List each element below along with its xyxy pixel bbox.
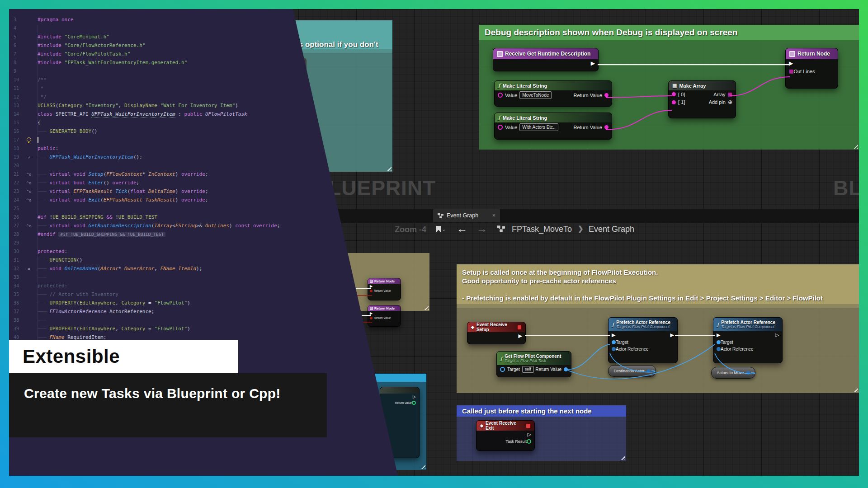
return-value-pin[interactable]	[370, 317, 373, 319]
code-line-34[interactable]: 34protected:	[9, 282, 398, 290]
line-number: 12	[14, 94, 24, 99]
value-input[interactable]: With Actors Etc..	[519, 123, 558, 131]
task-result-pin[interactable]	[527, 439, 531, 444]
exec-out-pin[interactable]: ▷	[775, 332, 779, 338]
code-line-29[interactable]: 29	[9, 239, 398, 247]
node-event-receive-setup[interactable]: ◆ Event Receive Setup ▶	[467, 322, 526, 344]
return-value-pin[interactable]	[564, 367, 568, 371]
array-index-1-pin[interactable]	[672, 100, 676, 104]
code-text: UCLASS(Category="Inventory", DisplayName…	[38, 103, 238, 108]
override-icon: ^o	[24, 198, 34, 202]
actor-reference-label: Actor Reference	[721, 347, 753, 352]
variable-actors-to-move[interactable]: Actors to Move	[711, 367, 755, 379]
code-text: ─── virtual void Setup(FFlowContext* InC…	[38, 171, 208, 177]
line-number: 36	[14, 300, 24, 305]
code-text: ───	[38, 274, 47, 280]
value-pin[interactable]	[498, 93, 503, 98]
line-number: 19	[14, 155, 24, 160]
variable-destination-actor[interactable]: Destination Actor	[608, 365, 656, 377]
return-value-pin[interactable]	[412, 401, 416, 405]
bookmark-button[interactable]: ⌄	[436, 226, 446, 232]
add-pin-icon[interactable]: ⊕	[728, 99, 732, 105]
variable-out-pin[interactable]	[647, 369, 651, 373]
code-text: ─── // Actor with Inventory	[38, 291, 118, 297]
node-make-array[interactable]: ▦ Make Array [ 0] Array ▦ [ 1]	[668, 80, 736, 118]
node-get-flow-pilot-component[interactable]: ƒ Get Flow Pilot Component Target is Flo…	[496, 351, 571, 377]
comment-setup-line3: - Prefetching is enabled by default in t…	[462, 294, 854, 302]
code-text: ─── virtual void Exit(EFPTaskResult Task…	[38, 197, 208, 203]
breadcrumb-parent[interactable]: FPTask_MoveTo	[512, 225, 572, 234]
node-prefetch-actor-reference-2[interactable]: ƒ Prefetch Actor Reference Target is Flo…	[713, 317, 783, 363]
node-prefetch-actor-reference-1[interactable]: ƒ Prefetch Actor Reference Target is Flo…	[608, 317, 678, 363]
exec-out-pin[interactable]: ▷	[413, 394, 416, 399]
blueprint-editor-canvas: BLUEPRINT BLUEPRINT Debug description sh…	[9, 9, 859, 476]
code-line-27[interactable]: 27^o─── virtual void GetRuntimeDescripti…	[9, 221, 398, 230]
value-input[interactable]: MoveToNode	[519, 91, 552, 99]
exec-out-pin[interactable]: ▶	[519, 333, 522, 339]
node-title: Return Node	[797, 51, 830, 57]
tab-close-icon[interactable]: ×	[492, 212, 495, 219]
node-mini-return-2[interactable]: Return Node ▶ Return Value	[368, 305, 401, 327]
target-input[interactable]: self	[522, 366, 534, 373]
exec-in-pin[interactable]: ▶	[717, 332, 720, 338]
nav-back-button[interactable]: ←	[457, 222, 467, 235]
code-line-37[interactable]: 37─── FFlowActorReference ActorReference…	[9, 307, 398, 316]
exec-in-pin[interactable]: ▶	[789, 60, 793, 66]
comment-setup-header[interactable]: Setup is called once at the beginning of…	[457, 264, 859, 308]
array-pin-icon[interactable]: ▦	[789, 68, 793, 74]
comment-exit-header[interactable]: Called just before starting the next nod…	[457, 405, 626, 417]
return-value-pin[interactable]	[604, 125, 609, 129]
code-text: public:	[38, 145, 58, 151]
return-value-pin[interactable]	[604, 93, 609, 97]
node-event-receive-exit[interactable]: ◆ Event Receive Exit ▷ Task Result	[476, 420, 535, 451]
headline-text: Extensible	[23, 346, 120, 367]
target-pin[interactable]	[612, 340, 616, 344]
code-line-31[interactable]: 31─── UFUNCTION()	[9, 256, 398, 264]
code-line-36[interactable]: 36─── UPROPERTY(EditAnywhere, Category =…	[9, 299, 398, 307]
node-make-literal-string-2[interactable]: ƒ Make Literal String Value With Actors …	[494, 113, 612, 140]
exec-in-pin[interactable]: ▶	[612, 332, 615, 338]
return-value-pin[interactable]	[370, 290, 373, 292]
node-make-literal-string-1[interactable]: ƒ Make Literal String Value MoveToNode R…	[494, 80, 612, 107]
navigate-icon: ⇄	[24, 267, 34, 271]
code-line-32[interactable]: 32⇄─── void OnItemAdded(AActor* OwnerAct…	[9, 264, 398, 273]
code-line-35[interactable]: 35─── // Actor with Inventory	[9, 290, 398, 299]
target-pin[interactable]	[717, 340, 721, 344]
node-return-top[interactable]: Return Node ▶ ▦ Out Lines	[785, 48, 838, 89]
code-text: class SPECTRE_API UFPTask_WaitForInvento…	[38, 111, 247, 117]
variable-out-pin[interactable]	[746, 371, 750, 375]
line-number: 8	[14, 60, 24, 65]
delegate-pin-icon[interactable]	[517, 325, 522, 330]
out-lines-label: Out Lines	[793, 69, 815, 74]
code-line-38[interactable]: 38───	[9, 316, 398, 324]
breadcrumb-child[interactable]: Event Graph	[589, 225, 634, 234]
tab-event-graph[interactable]: Event Graph ×	[433, 209, 500, 222]
exec-in-pin[interactable]: ▶	[370, 284, 373, 288]
comment-debug-header[interactable]: Debug description shown when Debug is di…	[479, 25, 859, 40]
code-line-39[interactable]: 39─── UPROPERTY(EditAnywhere, Category =…	[9, 324, 398, 333]
node-receive-get-runtime-description[interactable]: Receive Get Runtime Description ▶	[493, 48, 599, 71]
target-pin[interactable]	[500, 367, 505, 372]
exec-out-pin[interactable]: ▷	[528, 432, 531, 437]
nav-forward-button[interactable]: →	[476, 222, 487, 235]
code-text: ─── FFlowActorReference ActorReference;	[38, 309, 154, 314]
bookmark-dropdown-icon[interactable]: ⌄	[442, 226, 446, 232]
breadcrumb-chevron-icon: ❯	[578, 225, 584, 233]
code-line-33[interactable]: 33───	[9, 273, 398, 282]
code-line-28[interactable]: 28#endif #if !UE_BUILD_SHIPPING && !UE_B…	[9, 230, 398, 239]
exec-in-pin[interactable]: ▶	[370, 311, 373, 315]
actor-reference-pin[interactable]	[612, 347, 616, 351]
array-out-pin[interactable]: ▦	[728, 91, 732, 97]
code-text	[38, 137, 38, 143]
exec-out-pin[interactable]: ▶	[670, 332, 674, 338]
node-title: Make Array	[679, 83, 706, 89]
line-number: 4	[14, 26, 24, 31]
exec-out-pin[interactable]: ▶	[591, 60, 595, 66]
delegate-pin-icon[interactable]	[526, 423, 531, 428]
override-icon: ^o	[24, 189, 34, 194]
node-mini-return-1[interactable]: Return Node ▶ Return Value	[368, 278, 401, 300]
array-index-0-pin[interactable]	[672, 92, 676, 96]
value-pin[interactable]	[498, 125, 503, 130]
actor-reference-pin[interactable]	[717, 347, 721, 351]
code-line-30[interactable]: 30protected:	[9, 247, 398, 256]
